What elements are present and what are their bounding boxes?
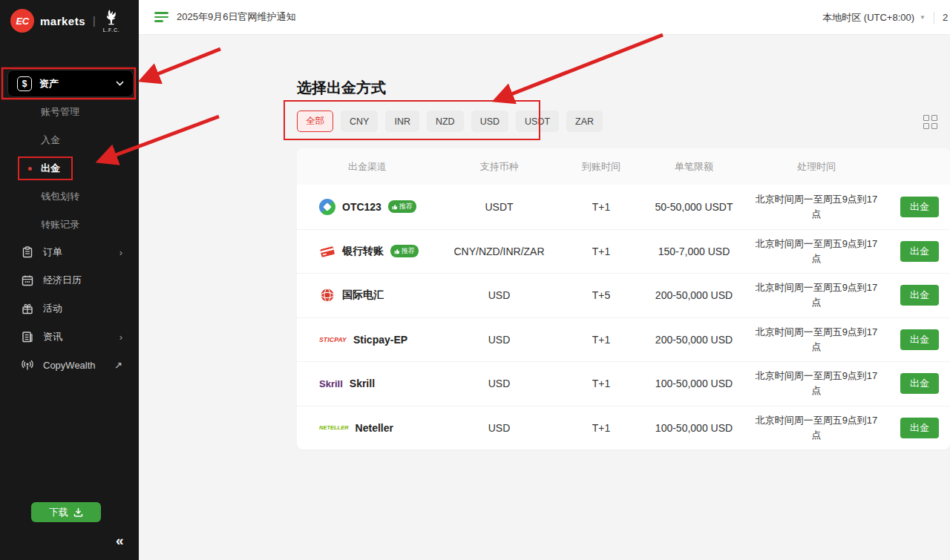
withdraw-button[interactable]: 出金 bbox=[900, 285, 939, 306]
cell-arrival: T+1 bbox=[560, 334, 642, 346]
content: 选择出金方式 全部 CNY INR NZD USD USDT ZAR 出金渠道 … bbox=[139, 35, 950, 560]
filter-usd[interactable]: USD bbox=[471, 111, 508, 132]
withdraw-button[interactable]: 出金 bbox=[900, 241, 939, 262]
logo-divider: | bbox=[93, 15, 96, 27]
download-button[interactable]: 下载 bbox=[31, 502, 101, 522]
table-header-row: 出金渠道 支持币种 到账时间 单笔限额 处理时间 bbox=[297, 148, 950, 185]
active-dot-icon bbox=[28, 167, 32, 171]
assets-label: 资产 bbox=[39, 77, 108, 90]
cell-processing: 北京时间周一至周五9点到17点 bbox=[746, 237, 887, 266]
withdraw-button[interactable]: 出金 bbox=[900, 197, 939, 217]
withdraw-button[interactable]: 出金 bbox=[900, 373, 939, 394]
sidebar-item-account-management[interactable]: 账号管理 bbox=[0, 101, 139, 123]
cell-processing: 北京时间周一至周五9点到17点 bbox=[746, 413, 887, 443]
channel-name: Neteller bbox=[356, 422, 393, 434]
chevron-right-icon: › bbox=[119, 332, 122, 343]
cell-processing: 北京时间周一至周五9点到17点 bbox=[746, 369, 887, 398]
cell-currency: USD bbox=[438, 289, 560, 301]
badge-label: 推荐 bbox=[402, 246, 415, 256]
edge-clipped-text: 2 bbox=[943, 12, 950, 23]
sidebar-item-assets[interactable]: $ 资产 bbox=[7, 70, 134, 97]
table-row-bank-transfer: 银行转账 推荐 CNY/NZD/INR/ZAR T+1 150-7,000 US… bbox=[297, 229, 950, 274]
sidebar-item-news[interactable]: 资讯 › bbox=[0, 325, 139, 349]
broadcast-icon bbox=[21, 358, 34, 372]
filter-cny[interactable]: CNY bbox=[341, 111, 378, 132]
maintenance-notice[interactable]: 2025年9月6日官网维护通知 bbox=[177, 10, 295, 24]
badge-label: 推荐 bbox=[399, 202, 413, 211]
cell-limit: 100-50,000 USD bbox=[642, 378, 746, 389]
calendar-icon bbox=[21, 274, 34, 287]
brand-name: markets bbox=[40, 15, 85, 27]
cell-currency: USDT bbox=[438, 201, 560, 213]
globe-icon bbox=[319, 287, 335, 303]
nav-item-label: 活动 bbox=[43, 302, 139, 315]
channel-name: Sticpay-EP bbox=[353, 334, 407, 346]
download-label: 下载 bbox=[49, 506, 68, 519]
sidebar-item-orders[interactable]: 订单 › bbox=[0, 240, 139, 264]
neteller-logo: NETELLER bbox=[319, 424, 349, 431]
nav-item-label: 资讯 bbox=[43, 330, 111, 343]
channel-name: OTC123 bbox=[342, 201, 381, 213]
menu-hamburger-icon[interactable] bbox=[154, 12, 169, 22]
ec-logo-icon: EC bbox=[10, 9, 34, 33]
timezone-selector[interactable]: 本地时区 (UTC+8:00) bbox=[822, 11, 914, 24]
thumbs-up-icon bbox=[394, 248, 400, 254]
recommended-badge: 推荐 bbox=[388, 200, 416, 213]
otc123-logo-icon bbox=[319, 199, 335, 215]
table-row-skrill: Skrill Skrill USD T+1 100-50,000 USD 北京时… bbox=[297, 361, 950, 406]
withdraw-button[interactable]: 出金 bbox=[900, 418, 939, 438]
cell-currency: USD bbox=[438, 334, 560, 346]
sidebar-item-activities[interactable]: 活动 bbox=[0, 297, 139, 320]
recommended-badge: 推荐 bbox=[390, 245, 419, 257]
sidebar-item-withdraw[interactable]: 出金 bbox=[0, 157, 139, 179]
table-row-international-wire: 国际电汇 USD T+5 200-50,000 USD 北京时间周一至周五9点到… bbox=[297, 273, 950, 317]
news-icon bbox=[21, 330, 34, 343]
thumbs-up-icon bbox=[392, 204, 398, 210]
header-currency: 支持币种 bbox=[438, 160, 560, 174]
currency-filter-row: 全部 CNY INR NZD USD USDT ZAR bbox=[297, 111, 603, 132]
lfc-liverbird-icon: L.F.C. bbox=[103, 9, 120, 33]
divider bbox=[934, 12, 934, 24]
cell-currency: CNY/NZD/INR/ZAR bbox=[438, 246, 560, 257]
grid-view-icon[interactable] bbox=[923, 115, 938, 130]
sidebar-item-wallet-transfer[interactable]: 钱包划转 bbox=[0, 185, 139, 208]
withdraw-button[interactable]: 出金 bbox=[900, 329, 939, 350]
sticpay-logo: STICPAY bbox=[319, 336, 347, 343]
cell-arrival: T+1 bbox=[560, 201, 642, 213]
cell-processing: 北京时间周一至周五9点到17点 bbox=[746, 192, 887, 222]
cell-currency: USD bbox=[438, 422, 560, 434]
channel-name: Skrill bbox=[350, 378, 375, 389]
header-channel: 出金渠道 bbox=[297, 160, 438, 174]
withdraw-methods-table: 出金渠道 支持币种 到账时间 单笔限额 处理时间 OTC123 推荐 USDT … bbox=[297, 148, 950, 449]
cell-processing: 北京时间周一至周五9点到17点 bbox=[746, 280, 887, 310]
cell-limit: 50-50,000 USDT bbox=[642, 201, 746, 213]
sidebar-item-economic-calendar[interactable]: 经济日历 bbox=[0, 269, 139, 292]
filter-usdt[interactable]: USDT bbox=[516, 111, 559, 132]
cell-arrival: T+1 bbox=[560, 422, 642, 434]
filter-inr[interactable]: INR bbox=[385, 111, 419, 132]
cell-limit: 200-50,000 USD bbox=[642, 334, 746, 346]
chevron-right-icon: › bbox=[119, 247, 122, 258]
sub-item-label: 出金 bbox=[41, 162, 60, 175]
table-row-otc123: OTC123 推荐 USDT T+1 50-50,000 USDT 北京时间周一… bbox=[297, 185, 950, 229]
chevron-down-icon: ▼ bbox=[920, 14, 926, 21]
cell-arrival: T+5 bbox=[560, 289, 642, 301]
collapse-sidebar-icon[interactable]: « bbox=[116, 533, 122, 549]
sidebar-item-transfer-records[interactable]: 转账记录 bbox=[0, 214, 139, 236]
filter-zar[interactable]: ZAR bbox=[566, 111, 603, 132]
filter-nzd[interactable]: NZD bbox=[427, 111, 464, 132]
download-icon bbox=[73, 507, 83, 517]
header-arrival: 到账时间 bbox=[560, 160, 642, 174]
sidebar-item-deposit[interactable]: 入金 bbox=[0, 129, 139, 151]
skrill-logo: Skrill bbox=[319, 378, 343, 389]
table-row-sticpay: STICPAY Sticpay-EP USD T+1 200-50,000 US… bbox=[297, 317, 950, 362]
sub-item-label: 账号管理 bbox=[41, 105, 79, 119]
sidebar-item-copywealth[interactable]: CopyWealth ↗ bbox=[0, 353, 139, 377]
sub-item-label: 入金 bbox=[41, 134, 60, 147]
sub-item-label: 转账记录 bbox=[41, 218, 79, 231]
cell-limit: 200-50,000 USD bbox=[642, 289, 746, 301]
header-limit: 单笔限额 bbox=[642, 160, 746, 174]
gift-icon bbox=[21, 302, 34, 315]
sidebar: EC markets | L.F.C. $ 资产 账号管理 入金 出金 钱包划转… bbox=[0, 0, 139, 560]
filter-all[interactable]: 全部 bbox=[297, 111, 333, 132]
